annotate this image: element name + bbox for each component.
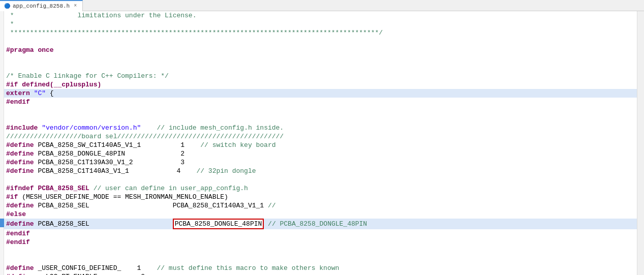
tab-filename: app_config_8258.h [13, 3, 70, 9]
code-line: #ifndef PCBA_8258_SEL // user can define… [4, 184, 637, 193]
code-line: #define PCBA_8258_SEL PCBA_8258_C1T140A3… [4, 201, 637, 210]
code-line: extern "C" { [4, 89, 637, 98]
code-line: #define __LOG_RT_ENABLE__ 0 [4, 272, 637, 275]
tab-close-button[interactable]: × [72, 3, 78, 9]
code-line: #endif [4, 229, 637, 238]
gutter [0, 11, 4, 275]
code-line: #define _USER_CONFIG_DEFINED_ 1 // must … [4, 264, 637, 272]
code-line: #pragma once [4, 46, 637, 54]
tab-app-config[interactable]: 🔵 app_config_8258.h × [0, 0, 83, 11]
code-line [4, 175, 637, 184]
code-line [4, 247, 637, 255]
code-line: * limitations under the License. [4, 11, 637, 20]
code-line: #define PCBA_8258_C1T139A30_V1_2 3 [4, 158, 637, 167]
code-line [4, 115, 637, 124]
editor-container: * limitations under the License. * *****… [0, 11, 644, 275]
code-line: #define PCBA_8258_DONGLE_48PIN 2 [4, 149, 637, 158]
code-line [4, 54, 637, 63]
code-line: #define PCBA_8258_C1T140A3_V1_1 4 // 32p… [4, 167, 637, 175]
scrollbar[interactable] [637, 11, 644, 275]
code-line: ****************************************… [4, 28, 637, 37]
code-line: /* Enable C linkage for C++ Compilers: *… [4, 72, 637, 80]
code-line: #include "vendor/common/version.h" // in… [4, 124, 637, 132]
code-line [4, 63, 637, 72]
code-line: #if defined(__cplusplus) [4, 80, 637, 89]
code-line: #define PCBA_8258_SW_C1T140A5_V1_1 1 // … [4, 141, 637, 149]
code-line [4, 37, 637, 46]
code-area[interactable]: * limitations under the License. * *****… [4, 11, 637, 275]
code-line: #if (MESH_USER_DEFINE_MODE == MESH_IRONM… [4, 193, 637, 201]
bookmark-indicator [0, 219, 4, 227]
code-line: * [4, 20, 637, 28]
code-line: #define PCBA_8258_SEL PCBA_8258_DONGLE_4… [4, 219, 637, 229]
code-line: #endif [4, 238, 637, 247]
tab-bar: 🔵 app_config_8258.h × [0, 0, 644, 11]
code-line: #else [4, 210, 637, 219]
code-line [4, 106, 637, 115]
code-line: ///////////////////board sel////////////… [4, 132, 637, 141]
code-line [4, 255, 637, 264]
code-line: #endif [4, 98, 637, 106]
file-icon: 🔵 [4, 3, 10, 9]
